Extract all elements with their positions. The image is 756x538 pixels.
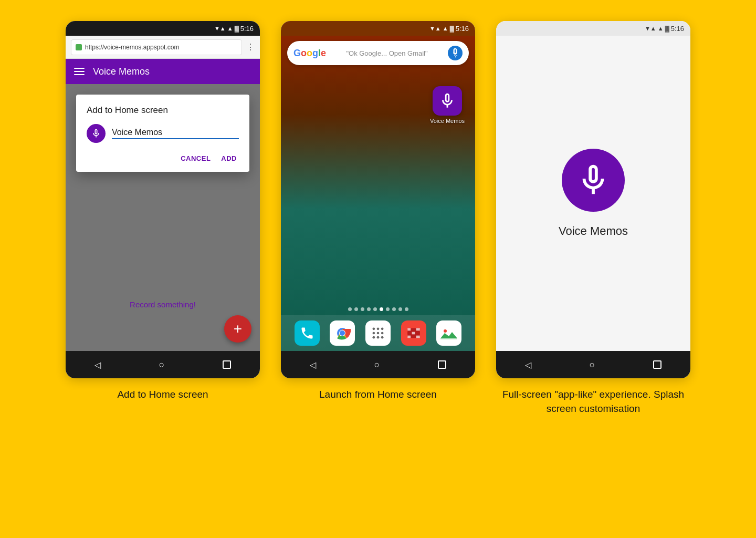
phone2-status-bar: ▼▲ ▲ ▓ 5:16	[281, 21, 475, 36]
svg-rect-18	[407, 332, 411, 335]
fab-plus-icon: +	[234, 322, 242, 336]
svg-rect-22	[412, 336, 415, 338]
phone3-status-icons: ▼▲ ▲ ▓ 5:16	[645, 25, 684, 33]
phone1-app-bar: Voice Memos	[66, 59, 260, 84]
add-to-homescreen-dialog: Add to Home screen CANCEL ADD	[76, 95, 249, 172]
dock-video-icon[interactable]	[401, 320, 426, 346]
svg-rect-17	[416, 328, 419, 331]
dock-gallery-icon[interactable]	[436, 320, 461, 346]
browser-menu-dots[interactable]: ⋮	[246, 42, 255, 52]
hamburger-line	[74, 71, 85, 72]
svg-point-8	[372, 332, 375, 335]
app-icon-label: Voice Memos	[430, 118, 465, 124]
page-dots	[281, 307, 475, 315]
caption3: Full-screen "app-like" experience. Splas…	[496, 388, 690, 416]
nav-recents-icon[interactable]	[653, 360, 662, 369]
lock-icon	[76, 44, 82, 50]
wifi-icon: ▲	[658, 25, 664, 32]
phone2-nav-bar: ◁ ○	[281, 351, 475, 378]
url-bar[interactable]: https://voice-memos.appspot.com	[71, 39, 242, 55]
nav-back-icon[interactable]: ◁	[525, 360, 531, 370]
svg-point-6	[377, 328, 380, 330]
phone1-nav-bar: ◁ ○	[66, 351, 260, 378]
svg-rect-15	[407, 328, 411, 331]
dialog-actions: CANCEL ADD	[87, 145, 239, 165]
phone1-time: 5:16	[240, 25, 254, 33]
svg-point-5	[372, 328, 375, 330]
page-dot	[354, 307, 358, 311]
app-bar-title: Voice Memos	[93, 66, 150, 77]
splash-mic-icon	[562, 149, 625, 212]
phone1-content: Add to Home screen CANCEL ADD	[66, 84, 260, 351]
nav-recents-icon[interactable]	[438, 360, 446, 369]
page-dot	[367, 307, 371, 311]
dialog-input-row	[87, 124, 239, 143]
phone3-status-bar: ▼▲ ▲ ▓ 5:16	[496, 21, 690, 36]
signal-icon: ▼▲	[645, 25, 656, 32]
page-dot	[373, 307, 377, 311]
dock-phone-icon[interactable]	[295, 320, 320, 346]
app-icon-circle	[433, 86, 462, 116]
svg-point-4	[340, 330, 345, 336]
phone3-splash-content: Voice Memos	[496, 36, 690, 351]
svg-point-13	[381, 336, 384, 339]
voice-memos-app-icon[interactable]: Voice Memos	[430, 86, 465, 124]
add-button[interactable]: ADD	[219, 151, 239, 165]
svg-point-9	[377, 332, 380, 335]
svg-point-11	[372, 336, 375, 339]
svg-point-12	[377, 336, 380, 339]
nav-recents-icon[interactable]	[223, 360, 231, 369]
app-dock	[281, 315, 475, 351]
home-icon-area: Voice Memos	[281, 70, 475, 307]
fab-button[interactable]: +	[224, 315, 251, 343]
caption2: Launch from Home screen	[281, 388, 475, 402]
cancel-button[interactable]: CANCEL	[178, 151, 213, 165]
phone3-nav-bar: ◁ ○	[496, 351, 690, 378]
phone3-time: 5:16	[671, 25, 684, 33]
svg-rect-21	[407, 336, 411, 338]
dialog-mic-icon	[87, 124, 106, 143]
nav-home-icon[interactable]: ○	[590, 359, 595, 370]
wifi-icon: ▲	[227, 25, 233, 32]
phone2-container: ▼▲ ▲ ▓ 5:16 Google "Ok Google... Open Gm…	[281, 21, 475, 402]
phone1-browser-toolbar: https://voice-memos.appspot.com ⋮	[66, 36, 260, 59]
phone2-frame: ▼▲ ▲ ▓ 5:16 Google "Ok Google... Open Gm…	[281, 21, 475, 378]
url-text: https://voice-memos.appspot.com	[85, 44, 179, 51]
page-dot	[398, 307, 402, 311]
svg-rect-19	[412, 332, 415, 335]
nav-back-icon[interactable]: ◁	[94, 360, 101, 370]
svg-point-25	[444, 329, 447, 333]
nav-home-icon[interactable]: ○	[159, 359, 165, 370]
dialog-title: Add to Home screen	[87, 105, 239, 116]
page-dot	[386, 307, 390, 311]
hamburger-icon[interactable]	[74, 68, 85, 75]
page-dot-active	[380, 307, 383, 311]
google-search-bar[interactable]: Google "Ok Google... Open Gmail"	[287, 41, 469, 65]
caption1: Add to Home screen	[66, 388, 260, 402]
dock-apps-icon[interactable]	[365, 320, 391, 346]
phone2-time: 5:16	[456, 25, 469, 33]
splash-app-name: Voice Memos	[559, 224, 628, 238]
svg-point-10	[381, 332, 384, 335]
nav-home-icon[interactable]: ○	[374, 359, 380, 370]
google-mic-icon[interactable]	[448, 46, 463, 60]
svg-rect-20	[416, 332, 419, 335]
battery-icon: ▓	[450, 25, 454, 32]
phone3-frame: ▼▲ ▲ ▓ 5:16 Voice Memos ◁ ○	[496, 21, 690, 378]
app-name-input[interactable]	[112, 128, 239, 139]
phone2-status-icons: ▼▲ ▲ ▓ 5:16	[429, 25, 469, 33]
page-dot	[361, 307, 364, 311]
phone1-status-icons: ▼▲ ▲ ▓ 5:16	[214, 25, 254, 33]
nav-back-icon[interactable]: ◁	[310, 360, 316, 370]
svg-rect-16	[412, 328, 415, 331]
hamburger-line	[74, 74, 85, 75]
battery-icon: ▓	[665, 25, 669, 32]
dock-chrome-icon[interactable]	[330, 320, 355, 346]
svg-rect-23	[416, 336, 419, 338]
page-dot	[405, 307, 408, 311]
svg-point-7	[381, 328, 384, 330]
phone1-frame: ▼▲ ▲ ▓ 5:16 https://voice-memos.appspot.…	[66, 21, 260, 378]
page-dot	[348, 307, 352, 311]
hamburger-line	[74, 68, 85, 69]
svg-point-24	[439, 324, 458, 343]
